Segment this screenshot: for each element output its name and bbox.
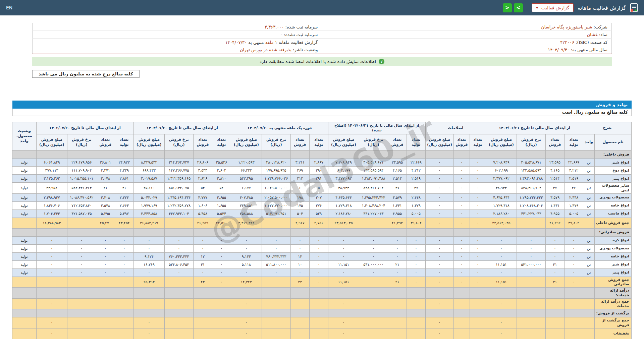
value-cell <box>96 228 115 236</box>
value-cell: ۴۱,۲۹۲ <box>388 218 407 228</box>
value-cell <box>67 288 96 299</box>
value-cell: ۰ <box>453 218 470 228</box>
company-info-cell: سرمایه ثبت شده: ۲,۳۶۳,۰۰۰ <box>33 23 322 31</box>
product-name-cell: جمع فروش داخلی <box>595 218 632 228</box>
unit-cell <box>583 328 595 339</box>
value-cell: ۰ <box>193 236 212 244</box>
value-cell <box>262 317 290 328</box>
arrow-left-button[interactable]: < <box>503 3 512 12</box>
table-row: سایر محصولات لبنیتن۴۷۴۷۸۲۸,۳۶۱,۷۰۲۳۸,۹۳۳… <box>12 183 631 194</box>
value-cell <box>96 277 115 288</box>
value-cell: ۰ <box>486 244 517 252</box>
value-cell: ۰ <box>36 260 67 268</box>
value-cell: ۱,۳۸۳,۰۹۱,۴۸۸ <box>359 175 388 183</box>
value-cell: ۰ <box>309 244 328 252</box>
value-cell: ۰ <box>388 252 407 260</box>
value-cell: ۰ <box>407 277 425 288</box>
company-info-cell: وضعیت ناشر: پذیرفته شده در بورس تهران <box>33 46 322 54</box>
value-cell: ۲,۴۴۴,۸۵۸ <box>133 209 164 218</box>
value-cell: ۴,۹۵۵ <box>546 209 565 218</box>
value-cell: ۰ <box>96 252 115 260</box>
value-cell <box>231 150 262 159</box>
value-cell: ۱,۰۲۹,۵۰۰,۰۰۰ <box>262 183 290 194</box>
value-cell: ۰ <box>359 268 388 277</box>
value-cell: ۰ <box>470 268 486 277</box>
value-cell: ۲۴,۹۲۲ <box>115 159 133 167</box>
value-cell: ۰ <box>193 244 212 252</box>
info-value: ۰ <box>280 32 282 37</box>
value-cell: ۲,۸۶۷ <box>309 159 328 167</box>
value-cell: ۲,۵۱۴ <box>546 175 565 183</box>
value-cell <box>359 288 388 299</box>
product-name-cell: محصولات پودری <box>595 193 632 201</box>
status-cell: تولید <box>12 167 36 175</box>
table-row: انواع دوغتن۴,۲۱۲۴,۱۶۵۱۴۴,۵۸۵,۵۹۴۶۰۲,۱۹۹۰… <box>12 167 631 175</box>
value-cell: ۴,۶۳۵,۶۴۴ <box>486 193 517 201</box>
value-cell: ۰ <box>388 236 407 244</box>
report-type-dropdown[interactable]: گزارش فعالیت ▼ <box>532 3 574 12</box>
value-cell <box>96 150 115 159</box>
value-cell <box>546 309 565 317</box>
product-name-cell: انواع کره <box>595 236 632 244</box>
product-name-cell: تخفیفات <box>595 328 632 339</box>
column-group-header: دوره یک ماهه منتهی به ۱۴۰۴/۰۷/۳۰ <box>231 122 328 134</box>
arrow-right-button[interactable]: > <box>514 3 523 12</box>
value-cell <box>164 277 193 288</box>
value-cell: ۰ <box>425 175 453 183</box>
column-header: مبلغ فروش (میلیون ریال) <box>486 134 517 150</box>
value-cell <box>453 317 470 328</box>
language-toggle-link[interactable]: EN <box>6 5 12 10</box>
value-cell <box>517 328 546 339</box>
column-header: نرخ فروش (ریال) <box>359 134 388 150</box>
value-cell: ۰ <box>96 260 115 268</box>
column-header: نرخ فروش (ریال) <box>164 134 193 150</box>
value-cell: ۰ <box>425 328 453 339</box>
value-cell <box>517 150 546 159</box>
value-cell <box>36 309 67 317</box>
table-row: محصولات پودریتن۲,۴۴۸۳,۵۷۹۱,۲۹۵,۲۳۴,۴۲۳۴,… <box>12 193 631 201</box>
table-row: انواع ماستتن۵,۰۰۵۴,۹۵۵۴۴۱,۲۲۷,۰۴۳۲,۱۸۶,۲… <box>12 209 631 218</box>
value-cell: ۸۲۸,۳۶۱,۷۰۲ <box>517 183 546 194</box>
value-cell: ۱,۲۲۰,۵۹۳ <box>231 159 262 167</box>
value-cell <box>425 288 453 299</box>
value-cell <box>486 150 517 159</box>
value-cell: ۲۳,۹۵۸ <box>36 183 67 194</box>
value-cell: ۰ <box>133 328 164 339</box>
value-cell <box>425 228 453 236</box>
value-cell: ۰ <box>231 268 262 277</box>
status-cell: تولید <box>12 236 36 244</box>
info-label: منتهی به <box>247 40 265 45</box>
column-header: تعداد تولید <box>565 134 583 150</box>
value-cell: ۲,۳۹۸,۹۲۷ <box>36 193 67 201</box>
value-cell: ۰ <box>96 236 115 244</box>
value-cell <box>407 150 425 159</box>
value-cell: ۲۳,۵۹۵ <box>388 159 407 167</box>
company-info-panel: شرکت: شیر پاستوریزه پگاه خراسانسرمایه ثب… <box>32 23 612 54</box>
value-cell: ۱۰ <box>290 260 309 268</box>
value-cell <box>470 150 486 159</box>
value-cell: ۰ <box>470 236 486 244</box>
product-name-cell: محصولات پودری <box>595 244 632 252</box>
value-cell <box>115 277 133 288</box>
value-cell: ۱,۴۳۱ <box>388 201 407 209</box>
value-cell: ۴,۲۷۱ <box>96 167 115 175</box>
status-cell: تولید <box>12 260 36 268</box>
value-cell: ۰ <box>486 252 517 260</box>
value-cell: ۰ <box>212 252 231 260</box>
value-cell <box>290 317 309 328</box>
column-header: مبلغ فروش (میلیون ریال) <box>133 134 164 150</box>
value-cell <box>115 328 133 339</box>
value-cell <box>67 150 96 159</box>
column-header: تعداد فروش <box>290 134 309 150</box>
product-name-cell: انواع شیر <box>595 260 632 268</box>
value-cell: ۴۴۱,۲۲۷,۰۴۳ <box>359 209 388 218</box>
value-cell: ۰ <box>407 260 425 268</box>
column-header: نرخ فروش (ریال) <box>67 134 96 150</box>
table-total-row: جمع برگشت از فروش۰۰۰۰۰۰ <box>12 317 631 328</box>
value-cell: ۴۷ <box>565 183 583 194</box>
product-name-cell: انواع دوغ <box>595 167 632 175</box>
value-cell: ۱۱,۱۵۱ <box>328 277 359 288</box>
value-cell <box>470 228 486 236</box>
value-cell: ۰ <box>453 159 470 167</box>
info-value: شیر پاستوریزه پگاه خراسان <box>541 24 592 29</box>
